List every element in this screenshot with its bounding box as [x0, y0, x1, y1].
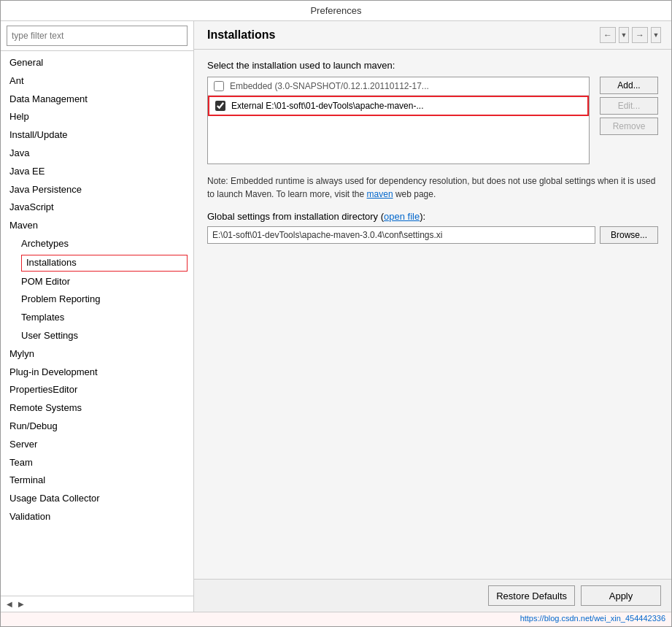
global-settings-label: Global settings from installation direct…: [207, 211, 658, 222]
open-file-link[interactable]: open file: [384, 211, 420, 222]
sidebar-item-plug-in-development[interactable]: Plug-in Development: [1, 363, 193, 382]
filter-input[interactable]: [7, 26, 188, 46]
sidebar-item-general[interactable]: General: [1, 54, 193, 72]
installations-area: Embedded (3.0-SNAPSHOT/0.12.1.20110112-1…: [207, 77, 658, 164]
scroll-right-btn[interactable]: ▶: [15, 600, 27, 608]
installation-row[interactable]: Embedded (3.0-SNAPSHOT/0.12.1.20110112-1…: [208, 77, 589, 96]
panel-nav-buttons: ← ▼ → ▼: [600, 27, 661, 43]
browse-button[interactable]: Browse...: [600, 226, 658, 244]
sidebar-item-usage-data-collector[interactable]: Usage Data Collector: [1, 490, 193, 508]
scroll-left-btn[interactable]: ◀: [4, 600, 15, 608]
sidebar-item-server[interactable]: Server: [1, 436, 193, 454]
sidebar-item-javascript[interactable]: JavaScript: [1, 199, 193, 217]
sidebar-item-label: Java Persistence: [9, 184, 82, 195]
restore-defaults-button[interactable]: Restore Defaults: [488, 585, 575, 606]
sidebar-item-label: Templates: [21, 312, 64, 323]
sidebar-item-validation[interactable]: Validation: [1, 508, 193, 526]
sidebar-item-label: Usage Data Collector: [9, 493, 100, 504]
sidebar-item-run-debug[interactable]: Run/Debug: [1, 418, 193, 436]
edit-button[interactable]: Edit...: [600, 97, 658, 115]
sidebar-item-install-update[interactable]: Install/Update: [1, 126, 193, 145]
filter-wrap: [1, 21, 193, 51]
forward-dropdown[interactable]: ▼: [651, 27, 661, 43]
sidebar-item-remote-systems[interactable]: Remote Systems: [1, 399, 193, 418]
sidebar-item-label: Server: [9, 439, 37, 450]
sidebar-item-help[interactable]: Help: [1, 108, 193, 126]
sidebar-item-label: Plug-in Development: [9, 366, 98, 377]
panel-header: Installations ← ▼ → ▼: [194, 21, 671, 50]
sidebar-item-templates[interactable]: Templates: [1, 309, 193, 327]
forward-button[interactable]: →: [632, 27, 648, 43]
sidebar-item-team[interactable]: Team: [1, 454, 193, 472]
sidebar-item-maven[interactable]: Maven: [1, 217, 193, 235]
panel-title: Installations: [207, 28, 275, 42]
sidebar-item-problem-reporting[interactable]: Problem Reporting: [1, 291, 193, 309]
installation-buttons: Add... Edit... Remove: [600, 77, 658, 135]
sidebar-item-pom-editor[interactable]: POM Editor: [1, 273, 193, 291]
sidebar: GeneralAntData ManagementHelpInstall/Upd…: [1, 21, 194, 612]
sidebar-tree[interactable]: GeneralAntData ManagementHelpInstall/Upd…: [1, 51, 193, 596]
apply-button[interactable]: Apply: [581, 585, 661, 606]
right-panel: Installations ← ▼ → ▼ Select the install…: [194, 21, 671, 612]
installations-list: Embedded (3.0-SNAPSHOT/0.12.1.20110112-1…: [207, 77, 590, 164]
sidebar-item-label: Problem Reporting: [21, 293, 100, 304]
sidebar-item-label: Java EE: [9, 166, 45, 177]
window-title: Preferences: [310, 5, 361, 16]
settings-row: Browse...: [207, 226, 658, 244]
sidebar-item-java-ee[interactable]: Java EE: [1, 163, 193, 181]
sidebar-item-terminal[interactable]: Terminal: [1, 472, 193, 490]
select-label: Select the installation used to launch m…: [207, 60, 658, 71]
status-url: https://blog.csdn.net/wei_xin_454442336: [520, 614, 665, 623]
maven-link[interactable]: maven: [367, 189, 393, 199]
back-dropdown[interactable]: ▼: [619, 27, 629, 43]
preferences-window: Preferences GeneralAntData ManagementHel…: [0, 0, 672, 627]
sidebar-item-label: Ant: [9, 75, 24, 86]
main-content: GeneralAntData ManagementHelpInstall/Upd…: [1, 21, 671, 612]
sidebar-item-label: Install/Update: [9, 129, 68, 140]
installation-checkbox-embedded[interactable]: [214, 81, 224, 91]
sidebar-item-label: Remote Systems: [9, 402, 82, 413]
installation-text-external: External E:\01-soft\01-devTools\apache-m…: [231, 101, 423, 111]
sidebar-item-label: Java: [9, 147, 29, 158]
installation-row[interactable]: External E:\01-soft\01-devTools\apache-m…: [208, 96, 589, 116]
sidebar-item-data-management[interactable]: Data Management: [1, 91, 193, 109]
sidebar-item-label: Validation: [9, 511, 50, 522]
sidebar-item-label: PropertiesEditor: [9, 384, 77, 395]
status-bar: https://blog.csdn.net/wei_xin_454442336: [1, 612, 671, 626]
sidebar-item-label: Archetypes: [21, 238, 69, 249]
sidebar-item-label: Mylyn: [9, 348, 34, 359]
sidebar-item-label: Team: [9, 457, 33, 468]
sidebar-item-label: Terminal: [9, 474, 45, 485]
sidebar-item-user-settings[interactable]: User Settings: [1, 327, 193, 345]
title-bar: Preferences: [1, 1, 671, 21]
sidebar-item-label: Run/Debug: [9, 420, 58, 431]
sidebar-bottom: ◀ ▶: [1, 596, 193, 612]
remove-button[interactable]: Remove: [600, 118, 658, 135]
installation-checkbox-external[interactable]: [215, 101, 225, 111]
sidebar-item-java[interactable]: Java: [1, 145, 193, 163]
bottom-bar: Restore Defaults Apply: [194, 579, 671, 612]
sidebar-item-label: Help: [9, 111, 29, 122]
back-button[interactable]: ←: [600, 27, 616, 43]
sidebar-item-label: Installations: [21, 255, 188, 272]
add-button[interactable]: Add...: [600, 77, 658, 94]
settings-path-input[interactable]: [207, 226, 595, 244]
sidebar-item-mylyn[interactable]: Mylyn: [1, 345, 193, 363]
sidebar-item-label: JavaScript: [9, 201, 54, 212]
sidebar-item-label: User Settings: [21, 330, 78, 341]
sidebar-item-label: Data Management: [9, 93, 88, 104]
sidebar-item-installations[interactable]: Installations: [1, 253, 193, 273]
sidebar-item-label: Maven: [9, 220, 38, 231]
panel-body: Select the installation used to launch m…: [194, 50, 671, 579]
installation-text-embedded: Embedded (3.0-SNAPSHOT/0.12.1.20110112-1…: [230, 81, 429, 91]
sidebar-item-archetypes[interactable]: Archetypes: [1, 235, 193, 253]
sidebar-item-java-persistence[interactable]: Java Persistence: [1, 181, 193, 199]
sidebar-item-label: POM Editor: [21, 276, 70, 287]
sidebar-item-label: General: [9, 57, 43, 68]
note-text: Note: Embedded runtime is always used fo…: [207, 174, 658, 201]
sidebar-item-propertieseditor[interactable]: PropertiesEditor: [1, 381, 193, 399]
sidebar-item-ant[interactable]: Ant: [1, 72, 193, 91]
